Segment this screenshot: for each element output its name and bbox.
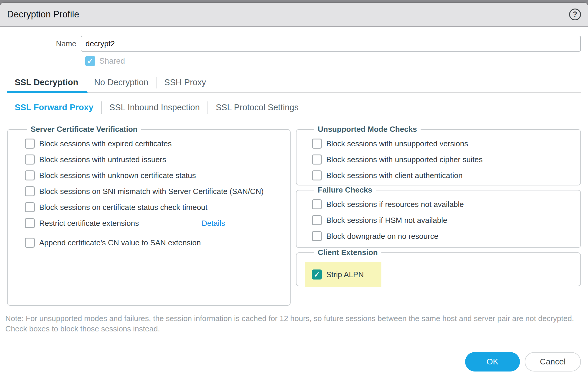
section-legend: Client Extension [314, 248, 381, 257]
checkbox-row-strip-alpn[interactable]: ✓ Strip ALPN [312, 269, 364, 280]
shared-row: ✓ Shared [85, 56, 581, 66]
shared-label: Shared [99, 57, 125, 66]
checkbox[interactable] [25, 218, 35, 228]
tab-ssl-decryption[interactable]: SSL Decryption [7, 73, 86, 92]
dialog-footer: OK Cancel [7, 352, 581, 372]
section-failure-checks: Failure Checks Block sessions if resourc… [296, 185, 581, 248]
ok-button[interactable]: OK [465, 352, 520, 372]
name-label: Name [7, 39, 81, 48]
checkbox[interactable] [312, 170, 322, 180]
details-link[interactable]: Details [202, 219, 225, 228]
shared-checkbox[interactable]: ✓ [85, 56, 95, 66]
subtab-ssl-protocol-settings[interactable]: SSL Protocol Settings [208, 100, 306, 115]
help-icon[interactable]: ? [569, 9, 581, 20]
checkbox[interactable] [312, 215, 322, 225]
strip-alpn-highlight: ✓ Strip ALPN [305, 262, 381, 287]
checkbox[interactable] [312, 154, 322, 165]
section-server-certificate-verification: Server Certificate Verification Block se… [7, 125, 291, 306]
checkbox-row-restrict-certificate-extensions[interactable]: Restrict certificate extensions Details [25, 218, 284, 228]
checkbox[interactable] [312, 139, 322, 149]
section-client-extension: Client Extension ✓ Strip ALPN [296, 248, 581, 286]
check-icon: ✓ [314, 271, 320, 278]
checkbox-row-block-expired-certificates[interactable]: Block sessions with expired certificates [25, 139, 284, 149]
question-mark-glyph: ? [573, 10, 577, 19]
checkbox-row-block-unknown-certificate-status[interactable]: Block sessions with unknown certificate … [25, 170, 284, 180]
strip-alpn-checkbox[interactable]: ✓ [312, 269, 322, 280]
checkbox[interactable] [25, 154, 35, 165]
tab-no-decryption[interactable]: No Decryption [86, 73, 156, 92]
section-unsupported-mode-checks: Unsupported Mode Checks Block sessions w… [296, 125, 581, 185]
checkbox[interactable] [25, 139, 35, 149]
dialog-title: Decryption Profile [7, 9, 79, 20]
main-tab-bar: SSL Decryption No Decryption SSH Proxy [7, 73, 581, 93]
checkbox[interactable] [312, 199, 322, 209]
screen-background: Decryption Profile ? Name ✓ Shared SSL D… [0, 0, 588, 383]
checkbox[interactable] [312, 231, 322, 241]
subtab-ssl-inbound-inspection[interactable]: SSL Inbound Inspection [102, 100, 207, 115]
checkbox-row-append-cn-to-san[interactable]: Append certificate's CN value to SAN ext… [25, 238, 284, 248]
dialog-content: Name ✓ Shared SSL Decryption No Decrypti… [0, 36, 588, 372]
checkbox-row-block-unsupported-versions[interactable]: Block sessions with unsupported versions [312, 139, 574, 149]
checkbox[interactable] [25, 186, 35, 196]
checkbox[interactable] [25, 238, 35, 248]
section-legend: Failure Checks [314, 185, 376, 195]
checkbox-row-block-if-hsm-not-available[interactable]: Block sessions if HSM not available [312, 215, 574, 225]
check-icon: ✓ [87, 57, 93, 65]
decryption-profile-dialog: Decryption Profile ? Name ✓ Shared SSL D… [0, 3, 588, 383]
sub-tab-bar: SSL Forward Proxy SSL Inbound Inspection… [7, 100, 581, 115]
cancel-button[interactable]: Cancel [525, 352, 581, 372]
right-column: Unsupported Mode Checks Block sessions w… [296, 125, 581, 286]
section-legend: Server Certificate Verification [27, 125, 141, 134]
checkbox-row-block-downgrade-on-no-resource[interactable]: Block downgrade on no resource [312, 231, 574, 241]
settings-columns: Server Certificate Verification Block se… [7, 125, 581, 306]
name-input[interactable] [81, 36, 581, 52]
note-text: Note: For unsupported modes and failures… [5, 313, 580, 334]
checkbox-row-block-client-authentication[interactable]: Block sessions with client authenticatio… [312, 170, 574, 180]
checkbox-row-block-status-check-timeout[interactable]: Block sessions on certificate status che… [25, 202, 284, 212]
checkbox[interactable] [25, 170, 35, 180]
checkbox[interactable] [25, 202, 35, 212]
checkbox-row-block-untrusted-issuers[interactable]: Block sessions with untrusted issuers [25, 154, 284, 165]
checkbox-row-block-if-resources-not-available[interactable]: Block sessions if resources not availabl… [312, 199, 574, 209]
checkbox-row-block-sni-mismatch[interactable]: Block sessions on SNI mismatch with Serv… [25, 186, 284, 196]
checkbox-row-block-unsupported-cipher-suites[interactable]: Block sessions with unsupported cipher s… [312, 154, 574, 165]
tab-ssh-proxy[interactable]: SSH Proxy [157, 73, 214, 92]
section-legend: Unsupported Mode Checks [314, 125, 421, 134]
dialog-titlebar: Decryption Profile ? [0, 3, 588, 27]
subtab-ssl-forward-proxy[interactable]: SSL Forward Proxy [7, 100, 101, 115]
name-row: Name [7, 36, 581, 52]
